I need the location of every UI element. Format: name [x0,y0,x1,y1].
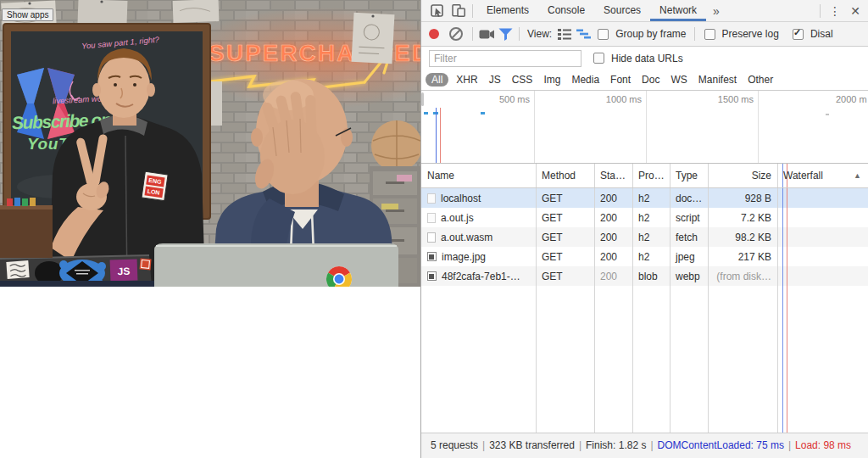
overview-request-mark [826,114,829,115]
dcl-event-line [436,108,437,163]
document-icon [427,193,436,204]
requests-count: 5 requests [431,439,478,451]
filter-icon[interactable] [496,25,515,43]
record-button[interactable] [429,29,439,39]
divider [472,27,473,41]
clear-icon[interactable] [449,27,463,41]
studio-photo-illustration: SUPERCHARGED SUPERCHARGED [0,0,420,287]
waterfall-view-icon[interactable] [574,25,593,43]
dcl-event-line [782,164,783,433]
header-waterfall[interactable]: Waterfall ▲ [777,170,868,182]
timeline-tick: 1500 ms [694,94,754,104]
overview-request-mark [481,112,485,114]
view-label: View: [527,28,552,40]
document-icon [427,232,436,243]
hide-data-urls-label[interactable]: Hide data URLs [611,53,683,64]
screen: SUPERCHARGED SUPERCHARGED [0,0,868,458]
tab-network[interactable]: Network [650,0,706,21]
table-row-aoutwasm[interactable]: a.out.wasm GET 200 h2 fetch 98.2 KB [421,227,868,247]
document-icon [427,213,436,223]
network-overview[interactable]: 500 ms 1000 ms 1500 ms 2000 m [421,91,868,164]
group-by-frame-checkbox[interactable] [598,29,609,40]
table-header-row: Name Method Sta… Pro… Type Size Waterfal… [421,164,868,188]
sort-ascending-icon: ▲ [854,171,861,180]
table-row-localhost[interactable]: localhost GET 200 h2 doc… 928 B [421,188,868,208]
request-table: Name Method Sta… Pro… Type Size Waterfal… [421,164,868,433]
disable-cache-label[interactable]: Disal [810,28,833,40]
js-sticker: JS [110,259,138,281]
header-name[interactable]: Name [421,170,536,182]
jacket-patch: ENG LON [142,171,168,200]
devtools-tabbar: Elements Console Sources Network » ⋮ ✕ [421,0,868,22]
filter-type-manifest[interactable]: Manifest [698,74,737,86]
preserve-log-checkbox[interactable] [704,29,715,40]
header-status[interactable]: Sta… [594,170,632,182]
filter-type-other[interactable]: Other [748,74,773,86]
domcontentloaded-time: DOMContentLoaded: 75 ms [658,439,784,451]
table-row-aoutjs[interactable]: a.out.js GET 200 h2 script 7.2 KB [421,208,868,227]
header-protocol[interactable]: Pro… [632,170,670,182]
sticker-laptop: JS [0,255,154,287]
table-row-blob[interactable]: 48f2cafa-7eb1-… GET 200 blob webp (from … [421,266,868,286]
divider [820,4,821,18]
request-name: a.out.wasm [441,232,492,243]
network-summary-bar: 5 requests|323 KB transferred|Finish: 1.… [421,433,868,458]
side-shelf [0,198,53,258]
filter-row: Hide data URLs [421,47,868,70]
close-devtools-icon[interactable]: ✕ [845,4,865,18]
show-apps-tooltip: Show apps [2,8,53,21]
silver-laptop [154,243,398,287]
header-type[interactable]: Type [670,170,708,182]
header-size[interactable]: Size [708,170,777,182]
filter-input[interactable] [429,50,581,67]
load-time: Load: 98 ms [795,439,851,451]
load-event-line [787,164,787,433]
inspect-element-icon[interactable] [427,2,446,20]
request-name: 48f2cafa-7eb1-… [442,271,520,282]
timeline-tick: 1000 ms [582,94,642,104]
divider [519,27,520,41]
timeline-tick: 500 ms [470,94,530,104]
load-event-line [440,108,441,163]
image-icon [427,252,437,261]
resource-type-filters: All XHR JS CSS Img Media Font Doc WS Man… [421,70,868,91]
svg-text:JS: JS [117,265,130,278]
more-tabs-icon[interactable]: » [706,4,726,18]
devtools-menu-icon[interactable]: ⋮ [825,4,845,18]
filter-type-ws[interactable]: WS [670,74,687,86]
capture-screenshots-icon[interactable] [477,25,496,43]
header-method[interactable]: Method [536,170,594,182]
filter-type-css[interactable]: CSS [512,74,533,86]
filter-type-all[interactable]: All [426,73,448,87]
filter-type-doc[interactable]: Doc [642,74,659,86]
video-frame: SUPERCHARGED SUPERCHARGED [0,0,420,287]
tab-console[interactable]: Console [538,0,594,21]
filter-type-xhr[interactable]: XHR [456,74,477,86]
filter-type-img[interactable]: Img [543,74,560,86]
list-view-icon[interactable] [555,25,574,43]
image-icon [427,271,437,281]
preserve-log-label[interactable]: Preserve log [722,28,779,40]
network-toolbar: View: [421,22,868,47]
overview-resize-handle[interactable] [421,92,424,106]
filter-type-js[interactable]: JS [489,74,501,86]
hide-data-urls-checkbox[interactable] [593,53,604,64]
request-name: a.out.js [441,212,474,224]
transferred-size: 323 KB transferred [489,439,575,451]
timeline-tick: 2000 m [836,94,867,104]
filter-type-font[interactable]: Font [610,74,631,86]
divider [694,27,695,41]
request-name: image.jpg [442,251,486,263]
tab-sources[interactable]: Sources [594,0,650,21]
disable-cache-checkbox[interactable] [793,29,804,40]
divider [472,4,473,18]
filter-type-media[interactable]: Media [571,74,599,86]
devtools-panel: Elements Console Sources Network » ⋮ ✕ [420,0,868,458]
tab-elements[interactable]: Elements [477,0,538,21]
request-name: localhost [441,193,481,204]
overview-request-mark [424,112,428,114]
finish-time: Finish: 1.82 s [586,439,646,451]
group-by-frame-label[interactable]: Group by frame [615,28,686,40]
table-row-imagejpg[interactable]: image.jpg GET 200 h2 jpeg 217 KB [421,247,868,266]
device-toolbar-icon[interactable] [449,2,468,20]
